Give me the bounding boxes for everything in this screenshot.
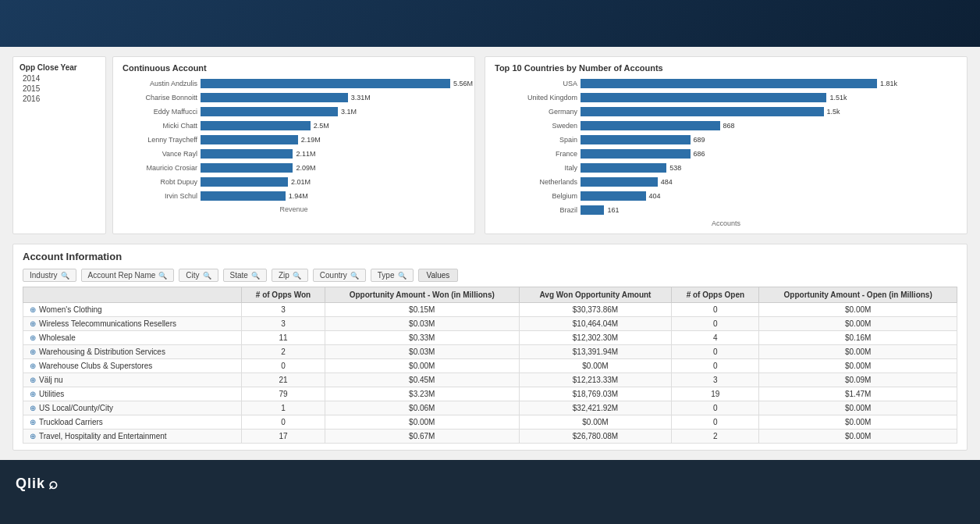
country-bar-row: Sweden868: [495, 119, 957, 132]
country-bar-value: 1.81k: [880, 80, 897, 87]
filter-search-icon: 🔍: [398, 272, 407, 280]
bar-value: 2.01M: [291, 178, 495, 186]
year-filter-title: Opp Close Year: [20, 63, 99, 72]
table-cell-amountOpen: $0.00M: [759, 345, 957, 359]
table-cell-avgWon: $12,213.33M: [519, 373, 672, 387]
country-bar-value: 161: [607, 206, 619, 214]
bar-fill: [201, 121, 311, 130]
bar-label: Robt Dupuy: [123, 178, 201, 186]
country-bar-fill: [581, 107, 824, 116]
table-cell-oppsOpen: 0: [672, 345, 759, 359]
country-bar-label: Netherlands: [495, 178, 581, 186]
bar-fill: [201, 163, 293, 173]
year-item[interactable]: 2016: [20, 94, 99, 104]
filter-chip-industry[interactable]: Industry 🔍: [23, 269, 76, 282]
table-cell-oppsWon: 0: [242, 359, 325, 373]
bar-label: Irvin Schul: [123, 192, 201, 200]
country-bar-row: USA1.81k: [495, 77, 957, 90]
table-cell-name[interactable]: ⊕Women's Clothing: [23, 303, 242, 317]
table-cell-amountWon: $3.23M: [325, 387, 519, 401]
country-bar-fill: [581, 163, 666, 173]
table-row: ⊕Truckload Carriers0$0.00M$0.00M0$0.00M: [23, 415, 957, 430]
filter-chip-zip[interactable]: Zip 🔍: [272, 269, 308, 282]
country-bar-row: Italy538: [495, 162, 957, 174]
bar-row: Irvin Schul1.94M: [123, 190, 465, 202]
country-bar-container: 1.51k: [581, 93, 957, 102]
country-bar-row: Spain689: [495, 134, 957, 146]
country-bar-label: Belgium: [495, 192, 581, 200]
bar-label: Micki Chatt: [123, 122, 201, 130]
country-bar-row: France686: [495, 148, 957, 160]
table-cell-amountOpen: $0.00M: [759, 303, 957, 317]
table-cell-oppsOpen: 0: [672, 359, 759, 373]
filter-search-icon: 🔍: [158, 272, 167, 280]
bar-container: 5.56M: [201, 79, 465, 88]
country-bar-value: 1.51k: [829, 94, 847, 102]
bar-fill: [201, 191, 286, 201]
bar-value: 1.94M: [289, 192, 495, 200]
bar-row: Micki Chatt2.5M: [123, 119, 465, 132]
filter-chip-state[interactable]: State 🔍: [223, 269, 267, 282]
bar-label: Mauricio Crosiar: [123, 164, 201, 172]
table-cell-amountWon: $0.15M: [325, 303, 519, 317]
continuous-chart: Austin Andzulis5.56MCharise Bonnoitt3.31…: [123, 77, 465, 202]
filter-chip-city[interactable]: City 🔍: [179, 269, 218, 282]
country-bar-value: 686: [694, 150, 705, 158]
table-cell-name[interactable]: ⊕Truckload Carriers: [23, 415, 242, 430]
bar-value: 2.11M: [296, 150, 495, 158]
bar-row: Austin Andzulis5.56M: [123, 77, 465, 90]
table-row: ⊕Wholesale11$0.33M$12,302.30M4$0.16M: [23, 331, 957, 345]
table-cell-oppsWon: 2: [242, 345, 325, 359]
bar-container: 2.19M: [201, 135, 465, 144]
filter-search-icon: 🔍: [61, 272, 69, 280]
col-header-amount-open: Opportunity Amount - Open (in Millions): [759, 287, 957, 303]
row-icon: ⊕: [30, 333, 36, 342]
table-cell-name[interactable]: ⊕Wholesale: [23, 331, 242, 345]
country-bar-row: Belgium404: [495, 190, 957, 202]
table-cell-name[interactable]: ⊕Warehousing & Distribution Services: [23, 345, 242, 359]
country-bar-fill: [581, 121, 720, 130]
bar-value: 5.56M: [453, 80, 495, 87]
row-icon: ⊕: [30, 348, 36, 356]
table-cell-name[interactable]: ⊕Warehouse Clubs & Superstores: [23, 359, 242, 373]
table-cell-name[interactable]: ⊕US Local/County/City: [23, 401, 242, 415]
table-cell-amountWon: $0.00M: [325, 359, 519, 373]
table-cell-oppsOpen: 3: [672, 373, 759, 387]
table-cell-name[interactable]: ⊕Travel, Hospitality and Entertainment: [23, 430, 242, 444]
countries-axis-label: Accounts: [495, 219, 957, 227]
country-bar-label: United Kingdom: [495, 94, 581, 102]
country-bar-label: Brazil: [495, 206, 581, 214]
table-cell-oppsOpen: 0: [672, 415, 759, 430]
main-content: Opp Close Year 201420152016 Continuous A…: [0, 47, 980, 460]
table-cell-avgWon: $13,391.94M: [519, 345, 672, 359]
country-bar-label: Spain: [495, 136, 581, 144]
year-item[interactable]: 2014: [20, 73, 99, 84]
table-cell-avgWon: $0.00M: [519, 415, 672, 430]
values-button[interactable]: Values: [418, 269, 459, 282]
bar-container: 2.09M: [201, 163, 465, 173]
filter-chip-country[interactable]: Country 🔍: [313, 269, 366, 282]
continuous-account-title: Continuous Account: [123, 63, 465, 73]
country-bar-label: France: [495, 150, 581, 158]
filter-chip-account-rep-name[interactable]: Account Rep Name 🔍: [81, 269, 175, 282]
filter-chips: Industry 🔍Account Rep Name 🔍City 🔍State …: [23, 269, 414, 282]
country-bar-value: 484: [661, 178, 673, 186]
table-cell-amountWon: $0.03M: [325, 345, 519, 359]
table-cell-avgWon: $26,780.08M: [519, 430, 672, 444]
country-bar-row: Brazil161: [495, 204, 957, 216]
table-cell-name[interactable]: ⊕Wireless Telecommunications Resellers: [23, 317, 242, 331]
year-item[interactable]: 2015: [20, 84, 99, 94]
table-cell-name[interactable]: ⊕Välj nu: [23, 373, 242, 387]
country-bar-value: 1.5k: [827, 108, 840, 116]
qlik-logo-text: Qlik: [16, 476, 45, 492]
row-icon: ⊕: [30, 432, 36, 440]
filter-chip-type[interactable]: Type 🔍: [371, 269, 414, 282]
table-cell-amountWon: $0.03M: [325, 317, 519, 331]
bar-label: Lenny Traycheff: [123, 136, 201, 144]
country-bar-fill: [581, 177, 658, 187]
bar-fill: [201, 79, 450, 88]
table-cell-name[interactable]: ⊕Utilities: [23, 387, 242, 401]
country-bar-fill: [581, 149, 691, 159]
table-cell-amountWon: $0.00M: [325, 415, 519, 430]
bar-container: 2.01M: [201, 177, 465, 187]
